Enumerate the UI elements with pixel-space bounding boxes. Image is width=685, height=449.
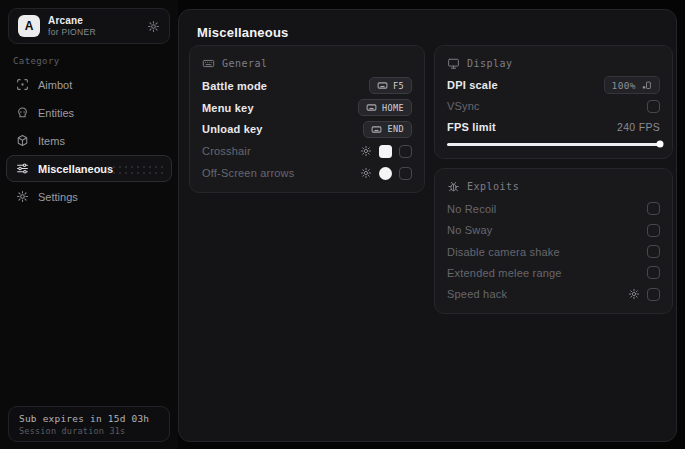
crosshair-row: Crosshair <box>202 140 412 162</box>
exploits-card-title: Exploits <box>467 181 519 192</box>
general-card-title: General <box>222 58 268 69</box>
dpi-scale-label: DPI scale <box>447 79 498 91</box>
slider-track[interactable] <box>447 143 660 146</box>
vsync-checkbox[interactable] <box>647 100 660 113</box>
no-recoil-row: No Recoil <box>447 198 660 219</box>
fps-slider-fill <box>447 143 660 146</box>
sidebar-item-label: Items <box>38 135 65 147</box>
battle-mode-keybind[interactable]: F5 <box>369 77 412 94</box>
sidebar-item-label: Miscellaneous <box>38 163 113 175</box>
menu-key-label: Menu key <box>202 102 254 114</box>
unload-key-row: Unload key END <box>202 119 412 141</box>
general-card: General Battle mode F5 Menu key HOME Unl… <box>189 45 425 193</box>
sidebar-item-items[interactable]: Items <box>6 127 172 154</box>
fps-limit-row: FPS limit 240 FPS <box>447 116 660 137</box>
crosshair-label: Crosshair <box>202 145 251 157</box>
sidebar-item-label: Entities <box>38 107 74 119</box>
page-title: Miscellaneous <box>197 25 288 40</box>
vsync-label: VSync <box>447 100 480 112</box>
no-sway-checkbox[interactable] <box>647 224 660 237</box>
unload-key-keybind[interactable]: END <box>363 121 412 138</box>
menu-key-row: Menu key HOME <box>202 97 412 119</box>
category-label: Category <box>13 56 60 66</box>
session-duration-text: Session duration 31s <box>19 426 159 436</box>
disable-camera-shake-checkbox[interactable] <box>647 245 660 258</box>
dpi-scale-row: DPI scale 100% <box>447 75 660 96</box>
app-logo: A <box>18 15 40 37</box>
gear-icon[interactable] <box>628 288 640 300</box>
fps-limit-value: 240 FPS <box>617 121 660 133</box>
battle-mode-row: Battle mode F5 <box>202 75 412 97</box>
crosshair-checkbox[interactable] <box>399 145 412 158</box>
extended-melee-range-label: Extended melee range <box>447 267 562 279</box>
sidebar-item-label: Aimbot <box>38 79 72 91</box>
aimbot-scan-icon <box>16 78 29 91</box>
extended-melee-range-checkbox[interactable] <box>647 266 660 279</box>
entities-skull-icon <box>16 106 29 119</box>
keyboard-icon <box>371 124 382 135</box>
sidebar: A Arcane for PIONER Category Aimbot <box>0 0 178 449</box>
sub-expires-text: Sub expires in 15d 03h <box>19 413 159 424</box>
no-recoil-label: No Recoil <box>447 203 497 215</box>
offscreen-arrows-color-swatch[interactable] <box>379 167 392 180</box>
no-sway-row: No Sway <box>447 219 660 240</box>
no-sway-label: No Sway <box>447 224 492 236</box>
gear-icon[interactable] <box>360 167 372 179</box>
unload-key-label: Unload key <box>202 123 263 135</box>
main-panel: Miscellaneous General Battle mode F5 Men… <box>178 9 677 442</box>
offscreen-arrows-checkbox[interactable] <box>399 167 412 180</box>
monitor-icon <box>447 57 460 70</box>
crosshair-color-swatch[interactable] <box>379 145 392 158</box>
sidebar-item-miscellaneous[interactable]: Miscellaneous <box>6 155 172 182</box>
resize-icon <box>641 80 652 91</box>
extended-melee-range-row: Extended melee range <box>447 262 660 283</box>
gear-icon <box>16 190 29 203</box>
keyboard-icon <box>202 57 215 70</box>
gear-icon[interactable] <box>360 145 372 157</box>
disable-camera-shake-label: Disable camera shake <box>447 246 560 258</box>
exploits-card: Exploits No Recoil No Sway Disable camer… <box>434 168 673 314</box>
fps-limit-label: FPS limit <box>447 121 496 133</box>
menu-key-keybind[interactable]: HOME <box>358 99 412 116</box>
display-card-title: Display <box>467 58 513 69</box>
gear-icon[interactable] <box>147 20 160 33</box>
sidebar-item-label: Settings <box>38 191 78 203</box>
sidebar-item-entities[interactable]: Entities <box>6 99 172 126</box>
app-name: Arcane <box>48 15 96 26</box>
bug-icon <box>447 180 460 193</box>
dpi-scale-selector[interactable]: 100% <box>604 76 660 94</box>
speed-hack-label: Speed hack <box>447 288 507 300</box>
display-card: Display DPI scale 100% VSync FPS limit 2… <box>434 45 673 159</box>
vsync-row: VSync <box>447 96 660 117</box>
no-recoil-checkbox[interactable] <box>647 202 660 215</box>
app-subtitle: for PIONER <box>48 27 96 37</box>
battle-mode-label: Battle mode <box>202 80 267 92</box>
slider-knob[interactable] <box>657 141 664 148</box>
keyboard-icon <box>366 102 377 113</box>
sidebar-nav: Aimbot Entities Items <box>6 71 172 211</box>
subscription-card: Sub expires in 15d 03h Session duration … <box>8 406 170 442</box>
offscreen-arrows-label: Off-Screen arrows <box>202 167 294 179</box>
sidebar-item-aimbot[interactable]: Aimbot <box>6 71 172 98</box>
brand-card: A Arcane for PIONER <box>8 8 170 44</box>
disable-camera-shake-row: Disable camera shake <box>447 241 660 262</box>
speed-hack-checkbox[interactable] <box>647 288 660 301</box>
offscreen-arrows-row: Off-Screen arrows <box>202 162 412 184</box>
keyboard-icon <box>377 80 388 91</box>
sliders-icon <box>16 162 29 175</box>
speed-hack-row: Speed hack <box>447 284 660 305</box>
fps-limit-slider[interactable] <box>447 138 660 150</box>
items-cube-icon <box>16 134 29 147</box>
sidebar-item-settings[interactable]: Settings <box>6 183 172 210</box>
